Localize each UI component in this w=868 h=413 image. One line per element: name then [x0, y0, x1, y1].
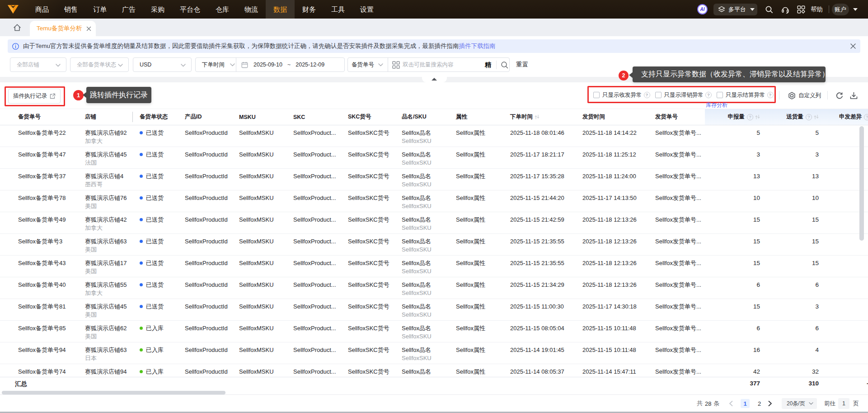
sort-icon[interactable]: [814, 114, 819, 120]
column-header-order-time[interactable]: 下单时间: [503, 113, 575, 121]
page-2-button[interactable]: 2: [756, 395, 762, 412]
cell-order-no: Sellfox备货单号40: [11, 277, 78, 299]
help-icon[interactable]: ?: [747, 114, 753, 120]
checkbox-receive-dispatch-anomaly[interactable]: 只显示收发异常?: [593, 91, 650, 99]
shop-select[interactable]: 全部店铺: [10, 57, 66, 72]
table-row: Sellfox备货单号49赛狐演示店铺42加拿大已送货SellfoxProduc…: [0, 212, 868, 234]
column-header-delivered-qty[interactable]: 送货量?: [764, 113, 822, 121]
goto-page-input[interactable]: 1: [838, 398, 849, 409]
next-page-button[interactable]: [768, 395, 772, 412]
table-row: Sellfox备货单号37赛狐演示店铺4墨西哥已送货SellfoxProduct…: [0, 169, 868, 190]
platform-switcher[interactable]: 多平台: [713, 4, 757, 15]
account-chevron-down-icon[interactable]: [853, 8, 858, 11]
nav-item-orders[interactable]: 订单: [85, 0, 114, 19]
cell-name-sku: Sellfox品名SellfoxSKU: [394, 125, 449, 147]
sellfox-logo-icon[interactable]: [7, 4, 19, 15]
nav-item-products[interactable]: 商品: [28, 0, 56, 19]
tab-close-icon[interactable]: [86, 26, 91, 31]
search-type-select[interactable]: 备货单号: [352, 61, 374, 69]
search-icon[interactable]: [765, 5, 773, 14]
help-icon[interactable]: ?: [644, 92, 650, 98]
nav-item-warehouse[interactable]: 仓库: [208, 0, 237, 19]
checkbox-box[interactable]: [655, 92, 662, 98]
search-submit-icon[interactable]: [501, 61, 508, 69]
cell-shop: 赛狐演示店铺42加拿大: [78, 212, 132, 233]
checkbox-box[interactable]: [593, 92, 600, 98]
currency-select[interactable]: USD: [133, 57, 192, 72]
status-dot-icon: [140, 196, 143, 199]
help-icon[interactable]: ?: [864, 114, 868, 120]
date-start-value[interactable]: 2025-09-10: [253, 62, 282, 68]
help-icon[interactable]: ?: [767, 92, 774, 98]
plugin-download-link[interactable]: 插件下载指南: [459, 43, 496, 49]
collapse-arrow-up-icon[interactable]: [432, 78, 437, 81]
cell-text: SellfoxSKC货号: [348, 368, 394, 376]
column-header-declare-ship-diff[interactable]: 申发差异?: [822, 113, 868, 121]
nav-item-advertising[interactable]: 广告: [114, 0, 143, 19]
cell-status: 已入库: [132, 321, 178, 342]
nav-item-data[interactable]: 数据: [266, 0, 295, 19]
cell-delivered-qty: 6: [764, 321, 822, 342]
banner-close-icon[interactable]: [850, 43, 856, 49]
help-icon[interactable]: ?: [806, 114, 812, 120]
nav-item-platform-warehouse[interactable]: 平台仓: [172, 0, 208, 19]
cell-name-sku: Sellfox品名SellfoxSKU: [394, 342, 449, 364]
cell-text: 赛狐演示店铺92: [85, 129, 132, 137]
help-button[interactable]: 帮助: [811, 0, 823, 19]
time-type-value: 下单时间: [202, 61, 225, 69]
vertical-scrollbar[interactable]: [859, 126, 864, 241]
home-icon[interactable]: [13, 23, 22, 32]
cell-text: Sellfox发货单号...: [655, 151, 705, 159]
cell-text: 赛狐演示店铺94: [85, 368, 132, 376]
checkbox-box[interactable]: [717, 92, 723, 98]
nav-item-sales[interactable]: 销售: [56, 0, 85, 19]
page-size-select[interactable]: 20条/页: [782, 398, 817, 409]
cell-text: 15: [764, 216, 819, 224]
account-button[interactable]: 账户: [832, 4, 849, 15]
cell-text: 赛狐演示店铺55: [85, 281, 132, 289]
help-icon[interactable]: ?: [705, 92, 712, 98]
customize-columns-button[interactable]: 自定义列: [788, 89, 821, 103]
table-row: Sellfox备货单号74赛狐演示店铺94美国已入库SellfoxProduct…: [0, 364, 868, 377]
tab-temu-stock-analysis[interactable]: Temu备货单分析: [30, 21, 96, 36]
nav-item-settings[interactable]: 设置: [352, 0, 381, 19]
nav-item-logistics[interactable]: 物流: [237, 0, 266, 19]
cell-msku: SellfoxMSKU: [232, 234, 286, 255]
date-end-value[interactable]: 2025-12-09: [296, 62, 324, 68]
download-icon[interactable]: [850, 92, 858, 100]
search-input[interactable]: 双击可批量搜索内容: [403, 61, 454, 69]
sort-icon[interactable]: [755, 114, 760, 120]
checkbox-slow-sales-anomaly[interactable]: 只显示滞销异常?: [655, 91, 712, 99]
nav-item-tools[interactable]: 工具: [324, 0, 352, 19]
checkbox-settlement-anomaly[interactable]: 只显示结算异常?: [717, 91, 774, 99]
plugin-log-button[interactable]: 插件执行记录: [8, 89, 61, 104]
batch-search-icon[interactable]: [392, 61, 400, 69]
refresh-icon[interactable]: [836, 92, 843, 99]
nav-item-finance[interactable]: 财务: [295, 0, 324, 19]
cell-order-no: Sellfox备货单号81: [11, 299, 78, 320]
cell-ship-time: 2025-11-17 14:13:50: [575, 190, 648, 212]
nav-item-purchasing[interactable]: 采购: [143, 0, 172, 19]
sort-icon[interactable]: [535, 114, 540, 120]
prev-page-button[interactable]: [729, 395, 733, 412]
column-resize-divider[interactable]: [132, 112, 133, 122]
column-header-declared-qty[interactable]: 申报量?: [705, 113, 764, 121]
inventory-analysis-link[interactable]: 库存分析: [706, 101, 727, 109]
cell-text: Sellfox备货单号22: [18, 129, 78, 137]
column-header-label: 下单时间: [510, 113, 533, 121]
cell-declared-qty: 10: [705, 190, 764, 212]
cell-declare-ship-diff: [822, 364, 868, 377]
cell-ship-time: 2025-11-18 14:14:22: [575, 125, 648, 147]
date-filter-group[interactable]: 下单时间 2025-09-10 ~ 2025-12-09: [195, 57, 345, 72]
reset-button[interactable]: 重置: [516, 57, 528, 72]
cell-text: 6: [705, 281, 760, 289]
checkbox-label: 只显示滞销异常: [664, 91, 704, 99]
headset-icon[interactable]: [781, 5, 789, 14]
page-1-button[interactable]: 1: [741, 399, 750, 408]
exact-match-toggle[interactable]: 精: [485, 58, 491, 71]
apps-grid-icon[interactable]: [797, 5, 805, 14]
cell-text: SellfoxMSKU: [239, 216, 286, 224]
horizontal-scrollbar[interactable]: [2, 391, 225, 394]
stock-order-status-select[interactable]: 全部备货单状态: [70, 57, 129, 72]
ai-assistant-button[interactable]: AI: [697, 4, 708, 14]
